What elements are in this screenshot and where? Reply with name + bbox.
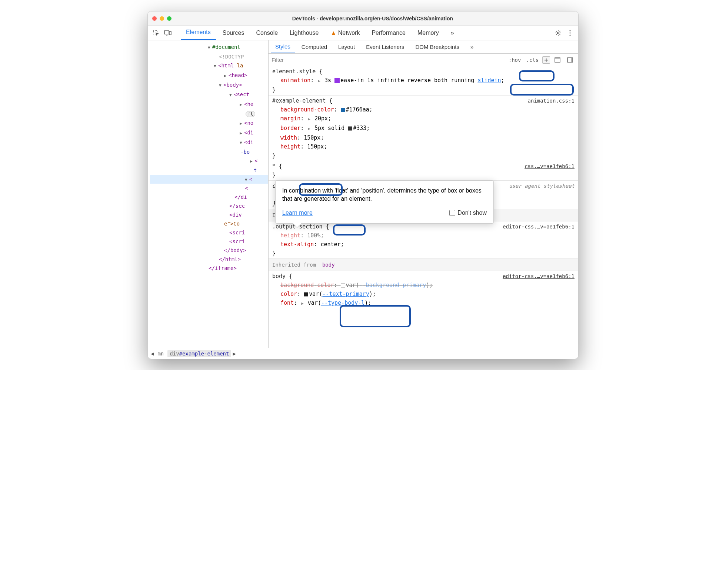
- tab-console[interactable]: Console: [251, 26, 283, 40]
- expand-shorthand-icon[interactable]: ▶: [308, 115, 310, 124]
- tab-memory[interactable]: Memory: [412, 26, 444, 40]
- svg-rect-1: [164, 31, 169, 34]
- chevron-right-icon[interactable]: ▶: [240, 129, 244, 138]
- device-toggle-icon[interactable]: [163, 28, 173, 38]
- color-swatch-icon[interactable]: [348, 126, 352, 131]
- breadcrumb-item[interactable]: mn: [155, 350, 166, 357]
- chevron-down-icon[interactable]: ▼: [240, 138, 244, 147]
- tooltip-text: In combination with 'float' and 'positio…: [282, 187, 487, 203]
- tab-elements[interactable]: Elements: [181, 26, 216, 40]
- window-title: DevTools - developer.mozilla.org/en-US/d…: [171, 16, 574, 21]
- titlebar: DevTools - developer.mozilla.org/en-US/d…: [148, 11, 578, 26]
- rule-star[interactable]: css.…v=ae1feb6:1 * { }: [269, 161, 578, 181]
- elements-tree[interactable]: ▼#document <!DOCTYP ▼<html la ▶<head> ▼<…: [148, 40, 269, 348]
- source-link[interactable]: editor-css.…v=ae1feb6:1: [503, 272, 575, 281]
- chevron-right-icon[interactable]: ▶: [224, 71, 229, 80]
- kebab-menu-icon[interactable]: [565, 28, 575, 38]
- tab-performance[interactable]: Performance: [366, 26, 411, 40]
- panel-body: ▼#document <!DOCTYP ▼<html la ▶<head> ▼<…: [148, 40, 578, 348]
- toggle-sidebar-icon[interactable]: [565, 55, 575, 65]
- dont-show-checkbox-input[interactable]: [449, 210, 455, 216]
- flex-badge[interactable]: fl: [246, 111, 255, 117]
- easing-swatch-icon[interactable]: [334, 78, 340, 83]
- color-swatch-icon[interactable]: [341, 283, 345, 288]
- animation-name-link[interactable]: slidein: [477, 77, 501, 84]
- warning-icon: ▲: [330, 30, 336, 36]
- css-rules-list[interactable]: element.style { animation: ▶ 3s ease-in …: [269, 66, 578, 348]
- inherited-from-body: Inherited from body: [269, 259, 578, 271]
- breadcrumb-scroll-left[interactable]: ◀: [151, 351, 154, 357]
- styles-panel: Styles Computed Layout Event Listeners D…: [269, 40, 578, 348]
- chevron-down-icon[interactable]: ▼: [245, 176, 249, 184]
- breadcrumb-bar: ◀ mn div#example-element ▶: [148, 348, 578, 359]
- subtab-listeners[interactable]: Event Listeners: [362, 40, 409, 53]
- divider: [177, 29, 177, 37]
- subtab-layout[interactable]: Layout: [334, 40, 359, 53]
- inspect-icon[interactable]: [151, 28, 161, 38]
- svg-point-5: [569, 32, 570, 33]
- chevron-down-icon[interactable]: ▼: [229, 91, 234, 100]
- subtab-computed[interactable]: Computed: [297, 40, 332, 53]
- traffic-lights: [152, 16, 171, 21]
- computed-styles-icon[interactable]: [552, 55, 563, 65]
- hov-button[interactable]: :hov: [507, 56, 523, 64]
- tabs-overflow[interactable]: »: [446, 26, 459, 40]
- rule-example-element[interactable]: animation.css:1 #example-element { backg…: [269, 96, 578, 161]
- color-swatch-icon[interactable]: [304, 292, 308, 297]
- svg-point-3: [557, 32, 559, 34]
- cls-button[interactable]: .cls: [524, 56, 540, 64]
- expand-shorthand-icon[interactable]: ▶: [308, 124, 310, 133]
- source-link[interactable]: css.…v=ae1feb6:1: [524, 162, 575, 171]
- chevron-right-icon[interactable]: ▶: [250, 157, 254, 166]
- tab-sources[interactable]: Sources: [217, 26, 250, 40]
- rule-element-style[interactable]: element.style { animation: ▶ 3s ease-in …: [269, 66, 578, 96]
- breadcrumb-item-selected[interactable]: div#example-element: [167, 350, 231, 357]
- chevron-right-icon[interactable]: ▶: [240, 100, 244, 109]
- ua-stylesheet-label: user agent stylesheet: [509, 181, 575, 190]
- dont-show-checkbox[interactable]: Don't show: [449, 208, 487, 217]
- subtab-styles[interactable]: Styles: [271, 40, 295, 53]
- expand-shorthand-icon[interactable]: ▶: [301, 299, 304, 308]
- breadcrumb-scroll-right[interactable]: ▶: [233, 351, 236, 357]
- zoom-window-button[interactable]: [167, 16, 171, 21]
- minimize-window-button[interactable]: [160, 16, 164, 21]
- close-window-button[interactable]: [152, 16, 157, 21]
- svg-rect-8: [567, 58, 573, 62]
- svg-point-6: [569, 34, 570, 36]
- tab-lighthouse[interactable]: Lighthouse: [284, 26, 324, 40]
- learn-more-link[interactable]: Learn more: [282, 210, 313, 216]
- svg-point-4: [569, 30, 570, 31]
- new-rule-button[interactable]: +: [542, 56, 550, 64]
- rule-body[interactable]: editor-css.…v=ae1feb6:1 body { backgroun…: [269, 271, 578, 309]
- filter-row: :hov .cls +: [269, 54, 578, 66]
- source-link[interactable]: editor-css.…v=ae1feb6:1: [503, 222, 575, 231]
- subtab-dom-breakpoints[interactable]: DOM Breakpoints: [411, 40, 464, 53]
- chevron-down-icon[interactable]: ▼: [208, 43, 212, 52]
- property-tooltip: In combination with 'float' and 'positio…: [275, 180, 494, 224]
- svg-rect-7: [555, 58, 560, 62]
- filter-input[interactable]: [269, 55, 504, 65]
- devtools-window: DevTools - developer.mozilla.org/en-US/d…: [147, 11, 579, 359]
- chevron-down-icon[interactable]: ▼: [219, 81, 223, 90]
- subtabs-overflow[interactable]: »: [466, 40, 478, 53]
- chevron-right-icon[interactable]: ▶: [240, 119, 244, 128]
- rule-output-section[interactable]: editor-css.…v=ae1feb6:1 .output section …: [269, 221, 578, 259]
- svg-rect-2: [169, 31, 171, 35]
- source-link[interactable]: animation.css:1: [528, 96, 575, 105]
- styles-tab-bar: Styles Computed Layout Event Listeners D…: [269, 40, 578, 54]
- expand-shorthand-icon[interactable]: ▶: [318, 77, 320, 86]
- chevron-down-icon[interactable]: ▼: [214, 62, 218, 71]
- main-tab-bar: Elements Sources Console Lighthouse ▲ Ne…: [148, 26, 578, 40]
- tab-network[interactable]: ▲ Network: [325, 26, 365, 40]
- settings-icon[interactable]: [553, 28, 563, 38]
- color-swatch-icon[interactable]: [341, 108, 345, 112]
